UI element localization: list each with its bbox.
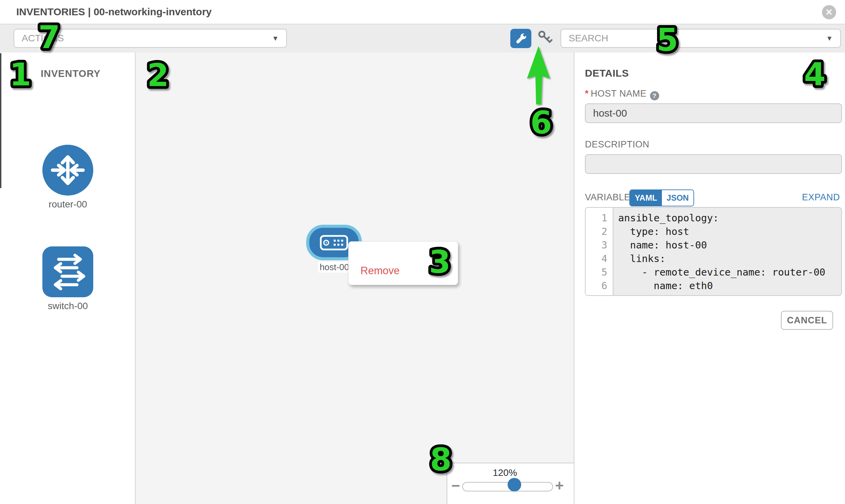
editor-line: 2 type: host [586,225,841,238]
format-toggle: YAML JSON [629,190,694,206]
key-button[interactable] [537,29,553,48]
details-panel-title: DETAILS [585,68,629,79]
host-name-field[interactable] [585,103,842,123]
zoom-control-panel: 120% − + [446,463,574,504]
left-edge-scroll-indicator [0,53,1,188]
help-icon[interactable]: ? [650,91,659,100]
search-dropdown-label: SEARCH [569,30,608,47]
chevron-down-icon: ▼ [826,30,833,47]
json-toggle-button[interactable]: JSON [662,190,693,206]
router-icon [42,145,93,196]
zoom-slider-handle[interactable] [508,478,521,491]
page-header: INVENTORIES | 00-networking-inventory ✕ [0,0,845,24]
variables-row: VARIABLES? YAML JSON EXPAND [585,190,842,206]
chevron-down-icon: ▼ [272,30,279,47]
host-node-label: host-00 [318,262,351,272]
sidebar-item-router[interactable]: router-00 [42,145,93,210]
editor-line: 1ansible_topology: [586,211,841,225]
topology-canvas[interactable]: host-00 Details Remove 120% − + [136,53,574,504]
context-menu: Details Remove [348,241,458,285]
actions-dropdown[interactable]: ACTIONS ▼ [14,29,287,48]
tools-button[interactable] [510,29,531,48]
close-icon[interactable]: ✕ [822,5,836,19]
required-asterisk: * [585,88,589,98]
zoom-level-value: 120% [478,467,532,478]
host-icon [320,235,348,251]
inventory-sidebar: INVENTORY router-00 [0,53,136,504]
key-icon [537,29,553,48]
editor-line: 3 name: host-00 [586,238,841,252]
sidebar-title: INVENTORY [41,68,101,79]
variables-editor[interactable]: 1ansible_topology: 2 type: host 3 name: … [585,207,842,296]
app-window: INVENTORIES | 00-networking-inventory ✕ … [0,0,845,504]
description-label: DESCRIPTION [585,139,649,150]
switch-icon [42,247,93,297]
sidebar-item-switch[interactable]: switch-00 [42,247,93,311]
description-field[interactable] [585,154,842,174]
toolbar: ACTIONS ▼ SEARCH [0,24,845,53]
editor-line: 4 links: [586,252,841,265]
host-name-label: *HOST NAME? [585,88,659,100]
device-label: router-00 [42,199,93,210]
details-panel: DETAILS *HOST NAME? DESCRIPTION VARIABLE… [574,53,845,504]
editor-line: 5 - remote_device_name: router-00 [586,265,841,279]
expand-link[interactable]: EXPAND [802,192,840,203]
search-dropdown[interactable]: SEARCH ▼ [561,29,841,48]
context-menu-item-remove[interactable]: Remove [360,263,400,278]
zoom-out-button[interactable]: − [451,478,460,493]
editor-line: 7 remote_interface_name: eth0 [586,292,841,296]
zoom-in-button[interactable]: + [555,478,564,493]
actions-dropdown-label: ACTIONS [22,30,64,47]
wrench-icon [514,32,528,46]
cancel-button[interactable]: CANCEL [781,311,833,330]
yaml-toggle-button[interactable]: YAML [630,190,662,206]
breadcrumb: INVENTORIES | 00-networking-inventory [16,0,212,24]
editor-line: 6 name: eth0 [586,279,841,292]
device-label: switch-00 [42,301,93,311]
